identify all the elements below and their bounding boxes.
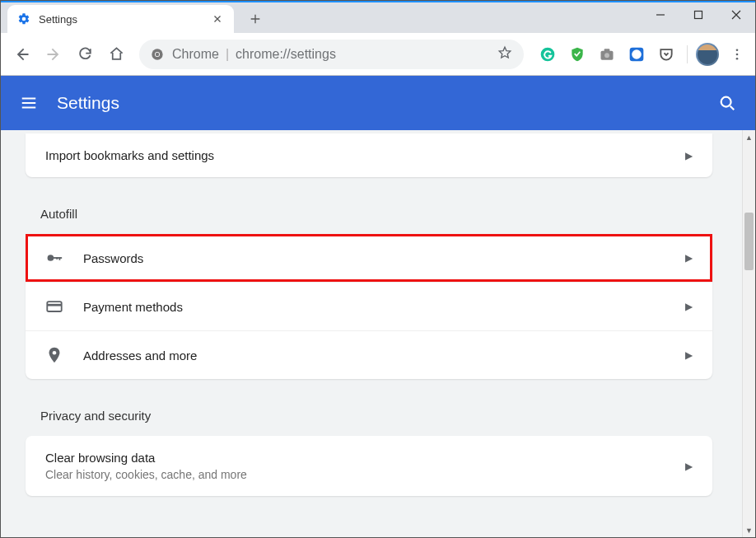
search-icon[interactable] [717, 93, 737, 113]
key-icon [45, 249, 63, 267]
credit-card-icon [45, 297, 63, 316]
avatar[interactable] [696, 43, 719, 66]
settings-header: Settings [1, 76, 755, 130]
row-label: Import bookmarks and settings [45, 148, 665, 162]
window-titlebar: Settings [1, 1, 755, 33]
settings-content: Import bookmarks and settings ▶ Autofill… [1, 130, 742, 537]
row-label: Passwords [83, 251, 665, 265]
svg-point-10 [736, 49, 739, 51]
pocket-icon[interactable] [654, 42, 679, 67]
shield-icon[interactable] [565, 42, 590, 67]
forward-button[interactable] [39, 40, 68, 69]
address-bar[interactable]: Chrome | chrome://settings [139, 40, 524, 69]
svg-point-3 [156, 52, 159, 55]
hamburger-icon[interactable] [19, 93, 39, 113]
window-close-button[interactable] [717, 2, 755, 27]
new-tab-button[interactable] [244, 7, 267, 30]
menu-button[interactable] [724, 41, 750, 68]
chevron-right-icon: ▶ [685, 461, 693, 472]
window-maximize-button[interactable] [679, 2, 717, 27]
row-label: Payment methods [83, 300, 665, 314]
chevron-right-icon: ▶ [685, 349, 693, 361]
svg-point-12 [736, 57, 739, 59]
camera-icon[interactable] [595, 42, 619, 67]
svg-point-19 [53, 351, 57, 355]
row-sublabel: Clear history, cookies, cache, and more [45, 468, 665, 481]
scroll-up-icon[interactable]: ▲ [743, 130, 755, 144]
svg-rect-0 [695, 12, 702, 19]
star-icon[interactable] [497, 45, 512, 63]
tab-title: Settings [39, 13, 203, 26]
svg-point-6 [604, 53, 609, 58]
safari-icon[interactable] [624, 42, 649, 67]
scrollbar[interactable]: ▲ ▼ [742, 130, 755, 537]
chrome-icon [151, 48, 164, 61]
home-button[interactable] [101, 40, 131, 69]
scroll-down-icon[interactable]: ▼ [743, 523, 755, 537]
privacy-card: Clear browsing data Clear history, cooki… [26, 436, 712, 496]
scrollbar-thumb[interactable] [744, 213, 754, 270]
grammarly-icon[interactable] [535, 42, 560, 67]
svg-point-14 [48, 255, 54, 261]
page-title: Settings [57, 93, 119, 113]
reload-button[interactable] [70, 40, 100, 69]
browser-tab[interactable]: Settings [7, 5, 234, 33]
chevron-right-icon: ▶ [685, 252, 693, 264]
location-icon [45, 346, 63, 364]
svg-rect-7 [604, 49, 610, 51]
import-bookmarks-row[interactable]: Import bookmarks and settings ▶ [26, 133, 712, 177]
section-title-autofill: Autofill [40, 207, 712, 221]
svg-point-9 [632, 49, 642, 59]
payment-methods-row[interactable]: Payment methods ▶ [26, 282, 712, 330]
gear-icon [17, 12, 30, 26]
chevron-right-icon: ▶ [685, 301, 693, 312]
close-icon[interactable] [211, 12, 224, 26]
addresses-row[interactable]: Addresses and more ▶ [26, 330, 712, 379]
clear-browsing-data-row[interactable]: Clear browsing data Clear history, cooki… [26, 436, 712, 496]
import-card: Import bookmarks and settings ▶ [26, 133, 712, 177]
section-title-privacy: Privacy and security [40, 409, 712, 423]
window-minimize-button[interactable] [642, 2, 679, 27]
svg-point-4 [541, 47, 555, 61]
divider [687, 45, 688, 63]
browser-toolbar: Chrome | chrome://settings [1, 33, 755, 76]
passwords-row[interactable]: Passwords ▶ [26, 234, 712, 282]
chevron-right-icon: ▶ [685, 150, 693, 161]
svg-rect-16 [59, 257, 61, 260]
svg-rect-17 [56, 257, 58, 260]
back-button[interactable] [7, 40, 37, 69]
svg-point-11 [736, 53, 739, 55]
row-label: Addresses and more [83, 349, 665, 363]
row-label: Clear browsing data [45, 451, 665, 465]
omnibox-text: Chrome | chrome://settings [172, 47, 336, 62]
svg-rect-18 [47, 302, 61, 311]
svg-point-13 [721, 97, 731, 107]
autofill-card: Passwords ▶ Payment methods ▶ Addresses … [26, 234, 712, 379]
